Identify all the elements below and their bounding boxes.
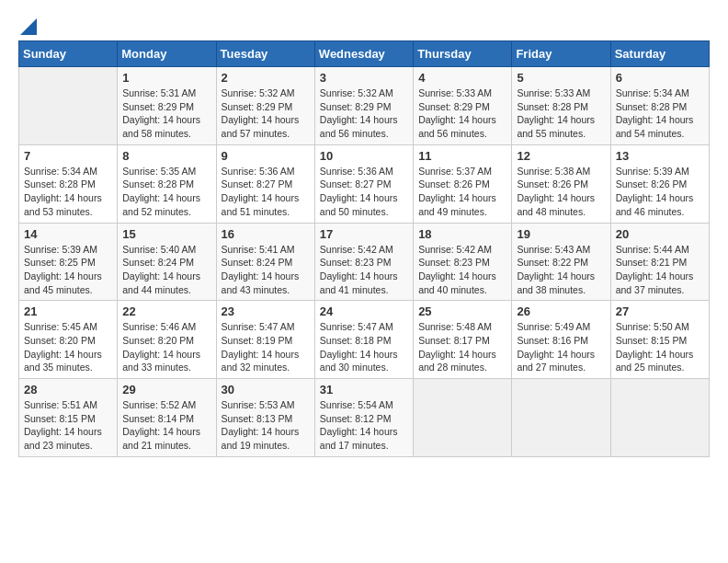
page-header bbox=[18, 18, 710, 31]
day-info: Sunrise: 5:45 AM Sunset: 8:20 PM Dayligh… bbox=[24, 320, 112, 374]
day-number: 5 bbox=[517, 71, 605, 85]
day-number: 16 bbox=[222, 227, 310, 241]
calendar-cell: 18Sunrise: 5:42 AM Sunset: 8:23 PM Dayli… bbox=[414, 223, 512, 301]
calendar-cell: 17Sunrise: 5:42 AM Sunset: 8:23 PM Dayli… bbox=[314, 223, 413, 301]
calendar-cell: 20Sunrise: 5:44 AM Sunset: 8:21 PM Dayli… bbox=[610, 223, 709, 301]
day-number: 25 bbox=[418, 304, 506, 318]
day-info: Sunrise: 5:41 AM Sunset: 8:24 PM Dayligh… bbox=[222, 243, 310, 297]
weekday-header: Friday bbox=[512, 41, 610, 67]
calendar-cell: 7Sunrise: 5:34 AM Sunset: 8:28 PM Daylig… bbox=[19, 144, 118, 223]
day-number: 9 bbox=[222, 149, 310, 163]
day-info: Sunrise: 5:48 AM Sunset: 8:17 PM Dayligh… bbox=[418, 320, 506, 374]
calendar-cell: 15Sunrise: 5:40 AM Sunset: 8:24 PM Dayli… bbox=[118, 223, 216, 301]
day-info: Sunrise: 5:46 AM Sunset: 8:20 PM Dayligh… bbox=[122, 320, 210, 374]
day-number: 10 bbox=[320, 149, 408, 163]
weekday-header: Wednesday bbox=[314, 41, 413, 67]
day-info: Sunrise: 5:54 AM Sunset: 8:12 PM Dayligh… bbox=[320, 398, 408, 453]
calendar-cell: 12Sunrise: 5:38 AM Sunset: 8:26 PM Dayli… bbox=[512, 144, 610, 223]
day-info: Sunrise: 5:40 AM Sunset: 8:24 PM Dayligh… bbox=[122, 243, 210, 297]
day-number: 6 bbox=[616, 71, 704, 85]
day-number: 11 bbox=[418, 149, 506, 163]
calendar-cell: 23Sunrise: 5:47 AM Sunset: 8:19 PM Dayli… bbox=[216, 301, 314, 379]
day-number: 31 bbox=[320, 383, 408, 396]
svg-marker-0 bbox=[20, 18, 37, 35]
weekday-header: Sunday bbox=[19, 41, 118, 67]
logo-triangle-icon bbox=[20, 18, 37, 35]
day-number: 19 bbox=[517, 227, 605, 241]
day-info: Sunrise: 5:49 AM Sunset: 8:16 PM Dayligh… bbox=[517, 320, 605, 374]
weekday-header: Thursday bbox=[414, 41, 512, 67]
day-number: 7 bbox=[24, 149, 112, 163]
calendar-cell: 5Sunrise: 5:33 AM Sunset: 8:28 PM Daylig… bbox=[512, 67, 610, 145]
calendar-cell: 16Sunrise: 5:41 AM Sunset: 8:24 PM Dayli… bbox=[216, 223, 314, 301]
calendar-cell: 6Sunrise: 5:34 AM Sunset: 8:28 PM Daylig… bbox=[610, 67, 709, 145]
calendar-cell: 14Sunrise: 5:39 AM Sunset: 8:25 PM Dayli… bbox=[19, 223, 118, 301]
calendar-cell: 3Sunrise: 5:32 AM Sunset: 8:29 PM Daylig… bbox=[314, 67, 413, 145]
day-number: 26 bbox=[517, 304, 605, 318]
day-number: 24 bbox=[320, 304, 408, 318]
day-number: 21 bbox=[24, 304, 112, 318]
weekday-header: Saturday bbox=[610, 41, 709, 67]
day-number: 4 bbox=[418, 71, 506, 85]
day-info: Sunrise: 5:33 AM Sunset: 8:29 PM Dayligh… bbox=[418, 86, 506, 141]
day-info: Sunrise: 5:39 AM Sunset: 8:25 PM Dayligh… bbox=[24, 243, 112, 297]
day-number: 23 bbox=[222, 304, 310, 318]
calendar-cell: 11Sunrise: 5:37 AM Sunset: 8:26 PM Dayli… bbox=[414, 144, 512, 223]
day-number: 8 bbox=[122, 149, 210, 163]
day-info: Sunrise: 5:53 AM Sunset: 8:13 PM Dayligh… bbox=[222, 398, 310, 453]
day-number: 20 bbox=[616, 227, 704, 241]
day-info: Sunrise: 5:43 AM Sunset: 8:22 PM Dayligh… bbox=[517, 243, 605, 297]
calendar-cell: 28Sunrise: 5:51 AM Sunset: 8:15 PM Dayli… bbox=[19, 379, 118, 457]
day-info: Sunrise: 5:38 AM Sunset: 8:26 PM Dayligh… bbox=[517, 165, 605, 219]
day-info: Sunrise: 5:36 AM Sunset: 8:27 PM Dayligh… bbox=[222, 165, 310, 219]
calendar-cell bbox=[414, 379, 512, 457]
day-info: Sunrise: 5:52 AM Sunset: 8:14 PM Dayligh… bbox=[122, 398, 210, 453]
day-number: 3 bbox=[320, 71, 408, 85]
calendar-cell bbox=[610, 379, 709, 457]
day-number: 15 bbox=[122, 227, 210, 241]
day-number: 14 bbox=[24, 227, 112, 241]
calendar-cell bbox=[512, 379, 610, 457]
day-info: Sunrise: 5:44 AM Sunset: 8:21 PM Dayligh… bbox=[616, 243, 704, 297]
calendar-cell: 27Sunrise: 5:50 AM Sunset: 8:15 PM Dayli… bbox=[610, 301, 709, 379]
calendar-week-row: 14Sunrise: 5:39 AM Sunset: 8:25 PM Dayli… bbox=[19, 223, 710, 301]
day-info: Sunrise: 5:34 AM Sunset: 8:28 PM Dayligh… bbox=[616, 86, 704, 141]
day-number: 18 bbox=[418, 227, 506, 241]
calendar-cell: 9Sunrise: 5:36 AM Sunset: 8:27 PM Daylig… bbox=[216, 144, 314, 223]
day-info: Sunrise: 5:35 AM Sunset: 8:28 PM Dayligh… bbox=[122, 165, 210, 219]
logo bbox=[18, 18, 37, 31]
day-info: Sunrise: 5:32 AM Sunset: 8:29 PM Dayligh… bbox=[222, 86, 310, 141]
day-info: Sunrise: 5:47 AM Sunset: 8:19 PM Dayligh… bbox=[222, 320, 310, 374]
calendar-cell: 4Sunrise: 5:33 AM Sunset: 8:29 PM Daylig… bbox=[414, 67, 512, 145]
day-info: Sunrise: 5:42 AM Sunset: 8:23 PM Dayligh… bbox=[320, 243, 408, 297]
calendar-cell: 10Sunrise: 5:36 AM Sunset: 8:27 PM Dayli… bbox=[314, 144, 413, 223]
day-info: Sunrise: 5:32 AM Sunset: 8:29 PM Dayligh… bbox=[320, 86, 408, 141]
calendar-cell: 8Sunrise: 5:35 AM Sunset: 8:28 PM Daylig… bbox=[118, 144, 216, 223]
day-number: 29 bbox=[122, 383, 210, 396]
weekday-header: Monday bbox=[118, 41, 216, 67]
day-info: Sunrise: 5:47 AM Sunset: 8:18 PM Dayligh… bbox=[320, 320, 408, 374]
calendar-cell: 1Sunrise: 5:31 AM Sunset: 8:29 PM Daylig… bbox=[118, 67, 216, 145]
calendar-cell: 2Sunrise: 5:32 AM Sunset: 8:29 PM Daylig… bbox=[216, 67, 314, 145]
day-info: Sunrise: 5:31 AM Sunset: 8:29 PM Dayligh… bbox=[122, 86, 210, 141]
calendar-week-row: 21Sunrise: 5:45 AM Sunset: 8:20 PM Dayli… bbox=[19, 301, 710, 379]
calendar-cell: 21Sunrise: 5:45 AM Sunset: 8:20 PM Dayli… bbox=[19, 301, 118, 379]
calendar-cell: 24Sunrise: 5:47 AM Sunset: 8:18 PM Dayli… bbox=[314, 301, 413, 379]
calendar-week-row: 7Sunrise: 5:34 AM Sunset: 8:28 PM Daylig… bbox=[19, 144, 710, 223]
calendar-cell: 26Sunrise: 5:49 AM Sunset: 8:16 PM Dayli… bbox=[512, 301, 610, 379]
day-info: Sunrise: 5:39 AM Sunset: 8:26 PM Dayligh… bbox=[616, 165, 704, 219]
day-number: 13 bbox=[616, 149, 704, 163]
weekday-header: Tuesday bbox=[216, 41, 314, 67]
day-number: 1 bbox=[122, 71, 210, 85]
day-info: Sunrise: 5:51 AM Sunset: 8:15 PM Dayligh… bbox=[24, 398, 112, 453]
calendar-week-row: 28Sunrise: 5:51 AM Sunset: 8:15 PM Dayli… bbox=[19, 379, 710, 457]
day-info: Sunrise: 5:42 AM Sunset: 8:23 PM Dayligh… bbox=[418, 243, 506, 297]
calendar-cell bbox=[19, 67, 118, 145]
calendar-cell: 25Sunrise: 5:48 AM Sunset: 8:17 PM Dayli… bbox=[414, 301, 512, 379]
calendar-cell: 19Sunrise: 5:43 AM Sunset: 8:22 PM Dayli… bbox=[512, 223, 610, 301]
day-number: 12 bbox=[517, 149, 605, 163]
day-info: Sunrise: 5:33 AM Sunset: 8:28 PM Dayligh… bbox=[517, 86, 605, 141]
day-info: Sunrise: 5:50 AM Sunset: 8:15 PM Dayligh… bbox=[616, 320, 704, 374]
calendar-cell: 22Sunrise: 5:46 AM Sunset: 8:20 PM Dayli… bbox=[118, 301, 216, 379]
day-info: Sunrise: 5:36 AM Sunset: 8:27 PM Dayligh… bbox=[320, 165, 408, 219]
